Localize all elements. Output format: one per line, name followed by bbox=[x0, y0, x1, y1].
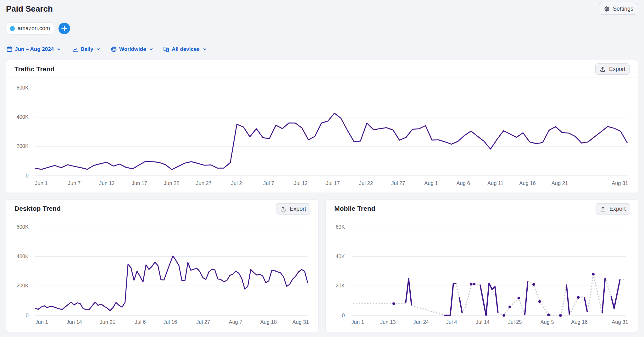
svg-text:Aug 1: Aug 1 bbox=[424, 180, 438, 186]
svg-text:400K: 400K bbox=[16, 253, 29, 259]
svg-text:Jun 1: Jun 1 bbox=[351, 319, 364, 325]
svg-text:Jul 7: Jul 7 bbox=[263, 180, 274, 186]
svg-text:Aug 7: Aug 7 bbox=[229, 319, 242, 325]
svg-text:Jun 24: Jun 24 bbox=[413, 319, 429, 325]
svg-text:Aug 6: Aug 6 bbox=[456, 180, 470, 186]
svg-text:0: 0 bbox=[26, 173, 29, 178]
svg-text:40K: 40K bbox=[336, 253, 345, 259]
svg-text:Jun 27: Jun 27 bbox=[196, 180, 212, 186]
svg-text:200K: 200K bbox=[16, 283, 29, 288]
svg-text:Aug 18: Aug 18 bbox=[260, 319, 277, 325]
svg-text:0: 0 bbox=[342, 313, 345, 318]
svg-text:Jul 27: Jul 27 bbox=[391, 180, 405, 186]
svg-text:Jun 1: Jun 1 bbox=[35, 319, 48, 325]
svg-text:Aug 31: Aug 31 bbox=[612, 180, 628, 186]
svg-text:200K: 200K bbox=[16, 143, 29, 149]
svg-text:Jun 1: Jun 1 bbox=[35, 180, 47, 186]
svg-text:20K: 20K bbox=[336, 283, 345, 288]
svg-text:600K: 600K bbox=[16, 224, 29, 230]
svg-text:Jul 17: Jul 17 bbox=[326, 180, 340, 186]
svg-text:Jun 17: Jun 17 bbox=[132, 180, 147, 186]
svg-text:60K: 60K bbox=[336, 224, 345, 230]
svg-text:Jul 12: Jul 12 bbox=[294, 180, 308, 186]
svg-text:Jun 22: Jun 22 bbox=[164, 180, 180, 186]
svg-text:Aug 16: Aug 16 bbox=[571, 319, 587, 325]
svg-text:Jun 13: Jun 13 bbox=[380, 319, 396, 325]
svg-text:400K: 400K bbox=[16, 114, 29, 120]
svg-text:600K: 600K bbox=[16, 85, 29, 90]
svg-text:Jun 7: Jun 7 bbox=[68, 180, 80, 186]
svg-text:Jul 22: Jul 22 bbox=[359, 180, 373, 186]
svg-text:Jul 25: Jul 25 bbox=[508, 319, 522, 325]
svg-text:Jul 16: Jul 16 bbox=[163, 319, 177, 325]
svg-text:Aug 16: Aug 16 bbox=[519, 180, 536, 186]
svg-text:Jul 4: Jul 4 bbox=[446, 319, 457, 325]
svg-text:0: 0 bbox=[26, 313, 29, 318]
svg-text:Aug 5: Aug 5 bbox=[540, 319, 554, 325]
svg-text:Jun 25: Jun 25 bbox=[100, 319, 115, 325]
svg-text:Aug 31: Aug 31 bbox=[612, 319, 628, 325]
svg-text:Jul 6: Jul 6 bbox=[135, 319, 146, 325]
svg-text:Jul 14: Jul 14 bbox=[476, 319, 490, 325]
svg-text:Jul 2: Jul 2 bbox=[231, 180, 242, 186]
svg-text:Aug 21: Aug 21 bbox=[552, 180, 568, 186]
svg-text:Aug 31: Aug 31 bbox=[292, 319, 309, 325]
svg-text:Jun 12: Jun 12 bbox=[99, 180, 115, 186]
svg-text:Jul 27: Jul 27 bbox=[196, 319, 210, 325]
svg-text:Jun 14: Jun 14 bbox=[66, 319, 82, 325]
svg-text:Aug 11: Aug 11 bbox=[487, 180, 503, 186]
